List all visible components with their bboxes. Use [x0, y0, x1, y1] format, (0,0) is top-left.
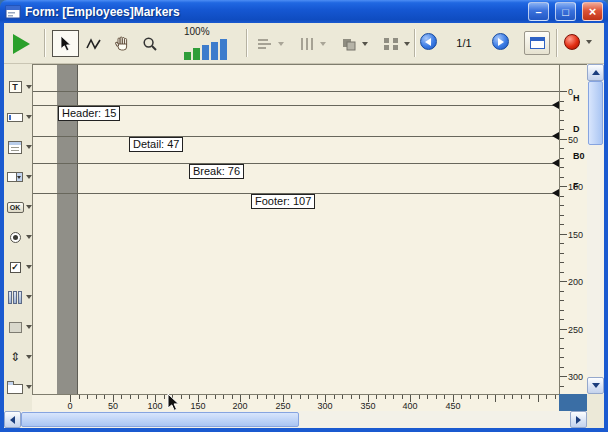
- distribute-dropdown-button[interactable]: [296, 32, 328, 56]
- zigzag-icon: [85, 36, 103, 52]
- splitter-tool[interactable]: ⇕: [4, 344, 32, 370]
- scroll-up-button[interactable]: [587, 64, 604, 81]
- zoom-bar[interactable]: [193, 48, 200, 60]
- group-dropdown-button[interactable]: [380, 32, 412, 56]
- ruler-tick: [560, 110, 564, 111]
- marker-tag-B0: B0: [573, 151, 585, 161]
- checkbox-tool[interactable]: ✓: [4, 254, 32, 280]
- marker-line-B0[interactable]: [33, 163, 560, 164]
- zoom-bar[interactable]: [211, 42, 218, 60]
- ruler-tick: [560, 281, 567, 282]
- chevron-down-icon: [320, 42, 326, 46]
- marker-handle-D[interactable]: [552, 132, 559, 140]
- ruler-tick: [560, 139, 567, 140]
- marker-label-D[interactable]: Detail: 47: [129, 137, 183, 152]
- entry-order-tool-button[interactable]: [80, 30, 107, 57]
- chevron-down-icon[interactable]: [586, 40, 592, 44]
- scroll-right-button[interactable]: [570, 411, 587, 428]
- ruler-number: 150: [188, 401, 208, 411]
- tool-palette: TOK✓⇕: [4, 64, 32, 411]
- ruler-tick: [266, 395, 267, 399]
- ruler-tick: [478, 395, 479, 399]
- scroll-left-button[interactable]: [4, 411, 21, 428]
- horizontal-scrollbar[interactable]: [4, 411, 587, 428]
- pan-tool-button[interactable]: [108, 30, 135, 57]
- ruler-tick: [560, 224, 564, 225]
- toolbar-separator: [44, 29, 46, 57]
- close-button[interactable]: ×: [582, 2, 603, 21]
- ruler-tick: [308, 395, 309, 399]
- marker-handle-B0[interactable]: [552, 159, 559, 167]
- maximize-button[interactable]: □: [555, 2, 576, 21]
- ruler-tick: [130, 395, 131, 399]
- run-form-button[interactable]: [8, 30, 35, 57]
- app-icon[interactable]: [5, 4, 21, 20]
- marker-label-H[interactable]: Header: 15: [58, 106, 120, 121]
- input-field-icon: [6, 109, 24, 125]
- ruler-tick: [560, 253, 564, 254]
- ruler-number: 450: [443, 401, 463, 411]
- ruler-tick: [393, 395, 394, 399]
- record-button[interactable]: [564, 34, 580, 50]
- rectangle-tool[interactable]: [4, 314, 32, 340]
- horizontal-scroll-thumb[interactable]: [21, 412, 299, 427]
- ruler-tick: [385, 395, 386, 399]
- marker-handle-H[interactable]: [552, 101, 559, 109]
- ruler-tick: [560, 91, 567, 92]
- tabcontrol-tool[interactable]: [4, 374, 32, 400]
- play-icon: [13, 34, 30, 54]
- text-icon: T: [6, 79, 24, 95]
- titlebar[interactable]: Form: [Employees]Markers – □ ×: [0, 0, 608, 23]
- form-view-button[interactable]: [524, 31, 550, 55]
- scroll-down-button[interactable]: [587, 377, 604, 394]
- button-tool[interactable]: OK: [4, 194, 32, 220]
- mouse-cursor: [167, 393, 180, 412]
- text-tool[interactable]: T: [4, 74, 32, 100]
- zoom-tool-button[interactable]: [136, 30, 163, 57]
- zoom-level-bars[interactable]: [184, 37, 227, 60]
- previous-page-button[interactable]: [420, 33, 437, 50]
- ruler-number: 50: [103, 401, 123, 411]
- listbox-tool[interactable]: [4, 134, 32, 160]
- next-page-button[interactable]: [492, 33, 509, 50]
- horizontal-ruler: 050100150200250300350400450: [32, 394, 559, 411]
- align-dropdown-button[interactable]: [254, 32, 286, 56]
- ruler-tick: [138, 395, 139, 399]
- combobox-tool[interactable]: [4, 164, 32, 190]
- ruler-tick: [560, 357, 564, 358]
- form-canvas[interactable]: Header: 15Detail: 47Break: 76Footer: 107: [32, 64, 559, 394]
- ruler-tick: [300, 395, 301, 399]
- ruler-tick: [291, 395, 292, 399]
- combo-box-icon: [6, 169, 24, 185]
- buttonbar-tool[interactable]: [4, 284, 32, 310]
- ruler-tick: [96, 395, 97, 399]
- ruler-tick: [470, 395, 471, 399]
- window: Form: [Employees]Markers – □ ×: [0, 0, 608, 432]
- ruler-tick: [560, 338, 564, 339]
- ruler-number: 100: [145, 401, 165, 411]
- select-tool-button[interactable]: [52, 30, 79, 57]
- vertical-scroll-thumb[interactable]: [588, 81, 603, 145]
- ruler-tick: [215, 395, 216, 399]
- minimize-button[interactable]: –: [528, 2, 549, 21]
- radio-tool[interactable]: [4, 224, 32, 250]
- radio-button-icon: [6, 229, 24, 245]
- ruler-number: 100: [568, 182, 583, 192]
- ruler-tick: [419, 395, 420, 399]
- zoom-bar[interactable]: [184, 52, 191, 60]
- ok-button-icon: OK: [6, 199, 24, 215]
- zoom-bar[interactable]: [220, 39, 227, 60]
- marker-handle-F[interactable]: [552, 189, 559, 197]
- marker-line-D[interactable]: [33, 136, 560, 137]
- ruler-number: 350: [358, 401, 378, 411]
- zoom-bar[interactable]: [202, 45, 209, 60]
- marker-label-B0[interactable]: Break: 76: [189, 164, 244, 179]
- input-tool[interactable]: [4, 104, 32, 130]
- ruler-tick: [181, 395, 182, 399]
- level-dropdown-button[interactable]: [338, 32, 370, 56]
- window-icon: [530, 37, 545, 49]
- marker-label-F[interactable]: Footer: 107: [251, 194, 315, 209]
- distribute-icon: [298, 36, 316, 52]
- ruler-tick: [206, 395, 207, 399]
- vertical-scrollbar[interactable]: [587, 64, 604, 394]
